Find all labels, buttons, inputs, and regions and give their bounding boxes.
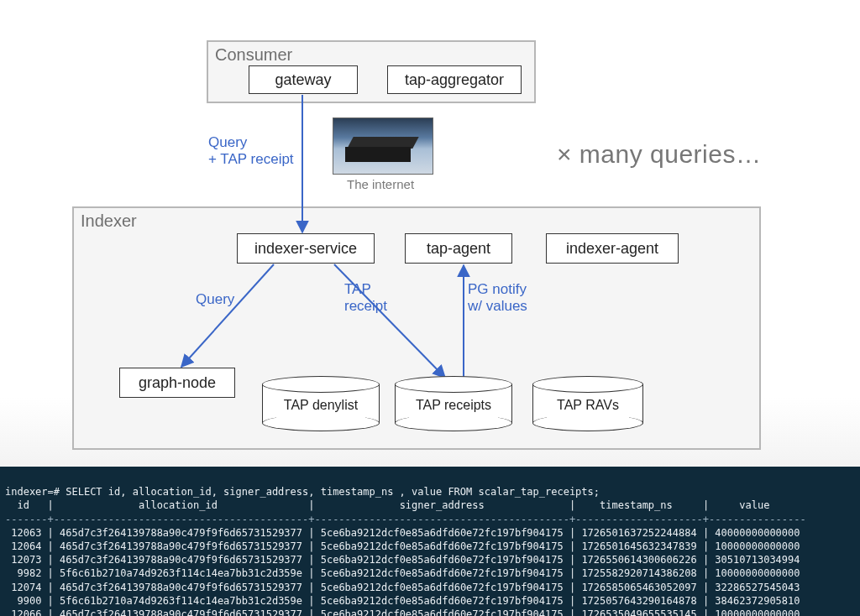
- graph-node-node: graph-node: [119, 368, 235, 398]
- internet-caption: The internet: [347, 177, 414, 191]
- gateway-node: gateway: [249, 65, 358, 94]
- internet-image: [333, 117, 433, 175]
- table-row: 9982 | 5f6c61b2710a74d9263f114c14ea7bb31…: [5, 567, 800, 579]
- tap-denylist-label: TAP denylist: [262, 398, 380, 413]
- indexer-agent-node: indexer-agent: [546, 233, 679, 264]
- tap-denylist-db: TAP denylist: [262, 376, 380, 431]
- table-row: 12063 | 465d7c3f264139788a90c479f9f6d657…: [5, 527, 800, 539]
- table-row: 12074 | 465d7c3f264139788a90c479f9f6d657…: [5, 582, 800, 593]
- box-icon: [345, 147, 411, 162]
- tap-ravs-db: TAP RAVs: [532, 376, 643, 431]
- sql-terminal: indexer=# SELECT id, allocation_id, sign…: [0, 467, 860, 616]
- indexer-service-node: indexer-service: [237, 233, 375, 264]
- indexer-group-title: Indexer: [81, 211, 137, 231]
- consumer-group-title: Consumer: [215, 45, 292, 65]
- sql-header-row: id | allocation_id | signer_address | ti…: [5, 499, 769, 511]
- label-query-tap-receipt: Query + TAP receipt: [208, 134, 294, 169]
- label-query: Query: [196, 291, 234, 308]
- table-row: 9900 | 5f6c61b2710a74d9263f114c14ea7bb31…: [5, 595, 800, 607]
- table-row: 12064 | 465d7c3f264139788a90c479f9f6d657…: [5, 540, 800, 552]
- table-row: 12066 | 465d7c3f264139788a90c479f9f6d657…: [5, 608, 800, 616]
- label-tap-receipt: TAP receipt: [344, 281, 387, 316]
- stage: Consumer gateway tap-aggregator The inte…: [0, 0, 860, 616]
- tap-aggregator-node: tap-aggregator: [387, 65, 522, 94]
- label-pg-notify: PG notify w/ values: [468, 281, 527, 316]
- many-queries-label: × many queries…: [557, 140, 761, 169]
- tap-ravs-label: TAP RAVs: [532, 398, 643, 413]
- tap-receipts-db: TAP receipts: [395, 376, 512, 431]
- tap-receipts-label: TAP receipts: [395, 398, 512, 413]
- sql-separator: -------+--------------------------------…: [5, 514, 806, 525]
- architecture-diagram: Consumer gateway tap-aggregator The inte…: [0, 0, 860, 467]
- tap-agent-node: tap-agent: [405, 233, 512, 264]
- sql-query-line: indexer=# SELECT id, allocation_id, sign…: [5, 486, 600, 498]
- table-row: 12073 | 465d7c3f264139788a90c479f9f6d657…: [5, 554, 800, 566]
